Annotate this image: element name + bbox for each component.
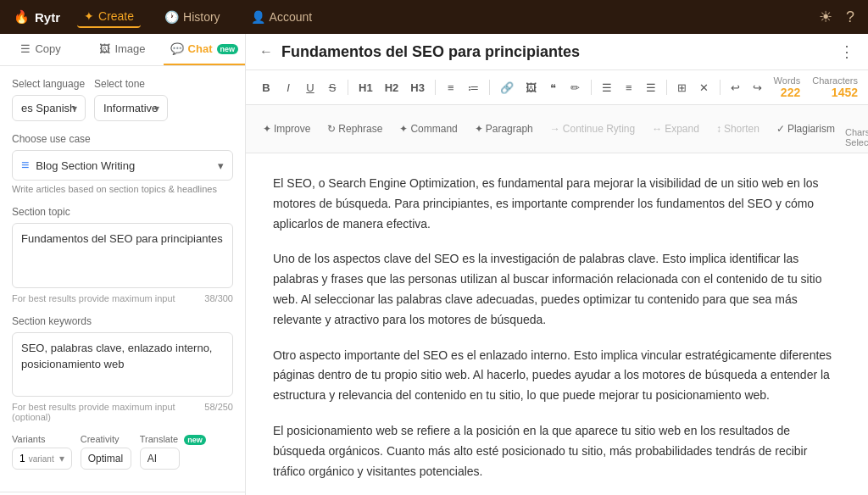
account-icon: 👤: [251, 10, 265, 24]
continue-ryting-button[interactable]: → Continue Ryting: [543, 120, 642, 138]
paragraph-1: El SEO, o Search Engine Optimization, es…: [273, 174, 841, 234]
continue-label: Continue Ryting: [563, 123, 635, 135]
chars-label: Characters: [812, 75, 858, 86]
back-arrow-icon[interactable]: ←: [259, 44, 273, 59]
shorten-label: Shorten: [724, 123, 760, 135]
nav-history-label: History: [183, 10, 220, 24]
dual-selects: Select language es Spanish English Frenc…: [12, 78, 233, 121]
section-keywords-input[interactable]: SEO, palabras clave, enlazado interno, p…: [12, 332, 233, 398]
section-keywords-hint: For best results provide maximum input (…: [12, 402, 233, 422]
tab-chat[interactable]: 💬 Chat new: [164, 34, 245, 65]
tone-select-wrapper: Informative Formal Casual: [94, 95, 168, 121]
highlight-button[interactable]: ✏: [565, 78, 586, 97]
section-topic-input[interactable]: Fundamentos del SEO para principiantes: [12, 223, 233, 288]
paragraph-3: Otro aspecto importante del SEO es el en…: [273, 346, 841, 406]
toolbar-sep-6: [720, 80, 721, 95]
nav-item-create[interactable]: ✦ Create: [77, 6, 141, 28]
command-button[interactable]: ✦ Command: [392, 120, 464, 138]
doc-title: Fundamentos del SEO para principiantes: [281, 43, 831, 61]
quote-button[interactable]: ❝: [543, 78, 564, 97]
h2-button[interactable]: H2: [380, 78, 404, 97]
h3-button[interactable]: H3: [405, 78, 430, 97]
redo-button[interactable]: ↪: [748, 78, 768, 97]
use-case-label: Choose use case: [12, 133, 233, 145]
sidebar-tabs: ☰ Copy 🖼 Image 💬 Chat new: [0, 34, 245, 66]
variants-control-group: Variants 1 variant ▾: [12, 434, 72, 470]
table-button[interactable]: ⊞: [672, 78, 693, 97]
section-topic-char-count: 38/300: [204, 293, 233, 303]
copy-tab-icon: ☰: [20, 42, 31, 55]
nav-item-account[interactable]: 👤 Account: [244, 7, 320, 27]
improve-button[interactable]: ✦ Improve: [256, 120, 317, 138]
variants-selector[interactable]: 1 variant ▾: [12, 448, 72, 470]
section-topic-hint-text: For best results provide maximum input: [12, 293, 175, 303]
image-button[interactable]: 🖼: [520, 78, 542, 97]
rephrase-label: Rephrase: [338, 123, 382, 135]
paragraph-button[interactable]: ✦ Paragraph: [468, 120, 540, 138]
sidebar-bottom: Ryte for me →: [0, 492, 245, 495]
translate-label: Translate new: [140, 434, 206, 444]
paragraph-2: Uno de los aspectos clave del SEO es la …: [273, 249, 841, 330]
image-tab-label: Image: [114, 42, 145, 55]
italic-button[interactable]: I: [278, 78, 298, 97]
plagiarism-label: Plagiarism: [787, 123, 835, 135]
expand-button[interactable]: ↔ Expand: [645, 120, 706, 138]
numbered-list-button[interactable]: ≔: [463, 78, 484, 97]
section-keywords-char-count: 58/250: [204, 402, 233, 422]
tone-label: Select tone: [94, 78, 168, 90]
plagiarism-button[interactable]: ✓ Plagiarism: [770, 120, 842, 138]
align-center-button[interactable]: ≡: [619, 78, 639, 97]
logo: 🔥 Rytr: [14, 9, 60, 25]
chars-selected-label: CharsSelected: [845, 127, 868, 147]
shorten-button[interactable]: ↕ Shorten: [709, 120, 766, 138]
chat-tab-label: Chat: [188, 42, 213, 55]
tone-select[interactable]: Informative Formal Casual: [94, 95, 168, 121]
nav-item-history[interactable]: 🕐 History: [158, 7, 227, 27]
document-body[interactable]: El SEO, o Search Engine Optimization, es…: [246, 153, 868, 495]
clear-format-button[interactable]: ✕: [694, 78, 715, 97]
link-button[interactable]: 🔗: [495, 78, 519, 97]
use-case-value: Blog Section Writing: [36, 159, 135, 172]
section-keywords-hint-text: For best results provide maximum input (…: [12, 402, 204, 422]
toolbar-sep-3: [489, 80, 490, 95]
expand-label: Expand: [665, 123, 699, 135]
undo-button[interactable]: ↩: [726, 78, 746, 97]
words-label: Words: [774, 75, 801, 86]
content-area: ← Fundamentos del SEO para principiantes…: [246, 34, 868, 495]
language-group: Select language es Spanish English Frenc…: [12, 78, 86, 121]
align-left-button[interactable]: ☰: [597, 78, 617, 97]
theme-toggle-icon[interactable]: ☀: [819, 8, 832, 26]
underline-button[interactable]: U: [300, 78, 320, 97]
help-icon[interactable]: ?: [846, 8, 854, 26]
bullet-list-button[interactable]: ≡: [441, 78, 461, 97]
creativity-control-group: Creativity Optimal Low High: [81, 434, 131, 470]
more-options-icon[interactable]: ⋮: [839, 42, 854, 61]
tab-image[interactable]: 🖼 Image: [81, 34, 163, 65]
tab-copy[interactable]: ☰ Copy: [0, 34, 81, 65]
formatting-toolbar: B I U S H1 H2 H3 ≡ ≔ 🔗 🖼 ❝ ✏ ☰ ≡ ☰ ⊞ ✕ ↩…: [246, 70, 868, 105]
translate-label-text: Translate: [140, 434, 178, 444]
history-icon: 🕐: [164, 10, 179, 24]
chars-count-group: Characters 1452: [812, 75, 858, 99]
translate-select[interactable]: AI None: [140, 448, 180, 470]
words-count-group: Words 222: [774, 75, 801, 99]
align-right-button[interactable]: ☰: [641, 78, 661, 97]
rephrase-button[interactable]: ↻ Rephrase: [320, 120, 389, 138]
section-topic-hint: For best results provide maximum input 3…: [12, 293, 233, 303]
chars-selected-indicator: 0 CharsSelected: [845, 110, 868, 147]
h1-button[interactable]: H1: [353, 78, 378, 97]
strikethrough-button[interactable]: S: [322, 78, 342, 97]
use-case-icon: ≡: [21, 158, 29, 173]
word-count-area: Words 222 Characters 1452: [774, 75, 858, 99]
image-tab-icon: 🖼: [99, 42, 110, 55]
use-case-button[interactable]: ≡ Blog Section Writing ▾: [12, 150, 233, 181]
variants-chevron-icon: ▾: [59, 453, 64, 464]
logo-text: Rytr: [35, 10, 60, 25]
creativity-select[interactable]: Optimal Low High: [81, 448, 131, 470]
language-select-wrapper: es Spanish English French: [12, 95, 86, 121]
language-select[interactable]: es Spanish English French: [12, 95, 86, 121]
improve-label: Improve: [274, 123, 310, 135]
words-value: 222: [781, 86, 800, 99]
bold-button[interactable]: B: [256, 78, 276, 97]
use-case-description: Write articles based on section topics &…: [12, 184, 233, 194]
